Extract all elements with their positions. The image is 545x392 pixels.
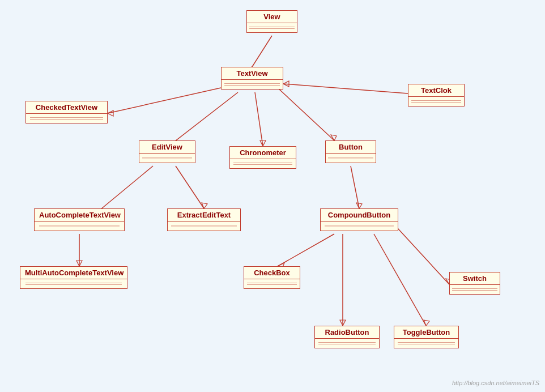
box-editview-line2 [142,159,192,159]
box-switch-title: Switch [450,272,500,285]
box-togglebutton-title: ToggleButton [394,326,458,339]
box-radiobutton: RadioButton [314,326,380,348]
box-checkedtextview: CheckedTextView [25,101,108,123]
svg-marker-19 [356,203,362,208]
svg-marker-17 [76,261,82,266]
box-view-line1 [249,27,294,27]
box-checkedtextview-line2 [30,119,103,120]
svg-marker-23 [340,320,346,326]
box-button: Button [325,140,376,163]
box-compoundbutton-line2 [325,227,394,227]
box-multiautocompletetextview-line1 [25,283,121,283]
box-checkbox-body [244,279,300,288]
box-editview-title: EditView [139,141,195,154]
box-checkbox-title: CheckBox [244,267,300,279]
svg-line-26 [391,221,449,284]
box-multiautocompletetextview-body [20,279,127,288]
box-textclok-body [408,97,464,106]
box-checkedtextview-title: CheckedTextView [26,101,107,114]
diagram-svg [0,0,545,392]
box-multiautocompletetextview-title: MultiAutoCompleteTextView [20,267,127,279]
box-switch-line2 [452,290,497,291]
box-chronometer-line1 [233,163,292,163]
box-togglebutton-body [394,339,458,348]
box-button-line2 [328,159,373,159]
box-autocompletetextview-line2 [39,227,120,227]
svg-line-14 [176,166,204,208]
box-extractedittext-body [168,221,240,231]
box-togglebutton-line1 [398,342,455,343]
box-view-title: View [247,11,297,23]
box-compoundbutton-line1 [325,225,394,225]
box-view: View [246,10,297,33]
box-textclok-line1 [411,100,461,101]
box-switch-body [450,285,500,294]
box-autocompletetextview-body [35,221,124,231]
box-radiobutton-line1 [318,342,376,343]
box-chronometer: Chronometer [229,146,296,169]
svg-line-24 [374,234,426,326]
box-textview-line2 [224,85,279,86]
box-extractedittext-title: ExtractEditText [168,209,240,221]
box-extractedittext-line2 [171,227,236,227]
svg-marker-15 [202,203,207,208]
box-view-body [247,23,297,32]
diagram-container: View TextView TextClok CheckedTextView E… [0,0,545,392]
box-textclok-title: TextClok [408,84,464,97]
box-switch-line1 [452,288,497,289]
box-switch: Switch [449,272,500,295]
box-compoundbutton-body [321,221,398,231]
box-checkbox: CheckBox [244,266,300,289]
box-textview-line1 [224,83,279,84]
box-togglebutton: ToggleButton [394,326,459,348]
svg-line-18 [351,166,359,208]
box-button-title: Button [326,141,376,154]
box-textclok: TextClok [408,84,465,106]
box-multiautocompletetextview: MultiAutoCompleteTextView [20,266,127,289]
box-checkbox-line2 [247,284,297,285]
svg-line-6 [167,92,238,147]
box-editview-body [139,154,195,163]
svg-line-1 [252,36,272,67]
box-textclok-line2 [411,102,461,103]
box-multiautocompletetextview-line2 [25,284,121,285]
svg-marker-3 [283,81,289,87]
box-button-body [326,154,376,163]
box-textview-title: TextView [222,67,283,80]
svg-marker-9 [260,140,266,146]
box-radiobutton-body [315,339,379,348]
box-autocompletetextview: AutoCompleteTextView [34,208,125,231]
box-button-line1 [328,157,373,157]
box-compoundbutton: CompoundButton [320,208,398,231]
box-checkedtextview-body [26,114,107,123]
box-textview: TextView [221,67,283,90]
box-editview-line1 [142,157,192,157]
box-extractedittext: ExtractEditText [167,208,241,231]
svg-line-2 [283,84,408,93]
box-checkbox-line1 [247,283,297,283]
box-editview: EditView [139,140,195,163]
svg-marker-11 [331,135,337,140]
svg-line-10 [278,88,334,140]
box-textview-body [222,80,283,89]
svg-line-12 [93,166,153,215]
box-compoundbutton-title: CompoundButton [321,209,398,221]
svg-line-4 [108,88,221,113]
box-autocompletetextview-line1 [39,225,120,225]
svg-line-8 [255,92,263,146]
box-extractedittext-line1 [171,225,236,225]
box-chronometer-line2 [233,164,292,165]
svg-line-20 [278,234,334,266]
box-view-line2 [249,28,294,29]
box-radiobutton-title: RadioButton [315,326,379,339]
watermark: http://blog.csdn.net/aimeimeiTS [452,380,539,386]
box-autocompletetextview-title: AutoCompleteTextView [35,209,124,221]
svg-marker-25 [424,320,429,326]
box-togglebutton-line2 [398,344,455,344]
box-chronometer-title: Chronometer [230,147,296,159]
box-checkedtextview-line1 [30,117,103,118]
box-radiobutton-line2 [318,344,376,344]
box-chronometer-body [230,159,296,168]
svg-marker-5 [108,110,113,116]
